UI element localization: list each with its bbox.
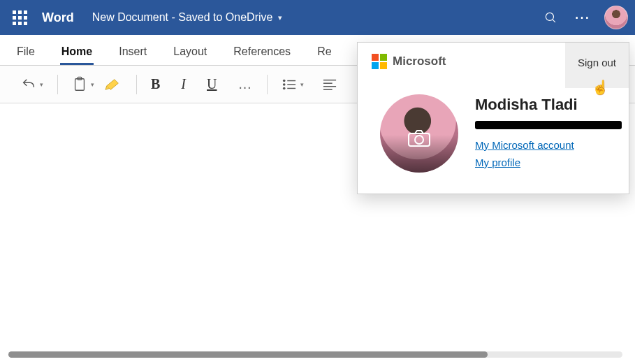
waffle-icon bbox=[13, 10, 27, 25]
document-title-text: New Document - Saved to OneDrive bbox=[92, 11, 273, 24]
undo-button[interactable]: ▾ bbox=[18, 74, 46, 95]
sign-out-button[interactable]: Sign out bbox=[565, 43, 629, 88]
undo-icon bbox=[21, 77, 36, 92]
separator bbox=[57, 75, 58, 94]
account-flyout: Microsoft Sign out ☝️ Modisha Tladi My M… bbox=[357, 42, 629, 194]
tab-home[interactable]: Home bbox=[60, 45, 94, 65]
clipboard-icon bbox=[72, 76, 87, 93]
ellipsis-icon: … bbox=[238, 76, 253, 92]
bulleted-list-icon bbox=[282, 78, 297, 92]
paste-button[interactable]: ▾ bbox=[69, 73, 97, 96]
bold-icon: B bbox=[151, 76, 160, 92]
account-email-redacted bbox=[475, 121, 622, 129]
account-name: Modisha Tladi bbox=[475, 96, 622, 114]
ellipsis-icon: ⋯ bbox=[574, 8, 591, 27]
app-launcher-button[interactable] bbox=[3, 0, 36, 35]
profile-picture[interactable] bbox=[380, 94, 458, 173]
my-profile-link[interactable]: My profile bbox=[475, 156, 622, 168]
font-more-button[interactable]: … bbox=[235, 73, 256, 95]
separator bbox=[267, 75, 268, 94]
tab-review-cut[interactable]: Re bbox=[316, 45, 333, 65]
svg-rect-2 bbox=[75, 78, 85, 90]
tab-file[interactable]: File bbox=[15, 45, 36, 65]
separator bbox=[136, 75, 137, 94]
search-icon bbox=[544, 11, 557, 24]
svg-point-15 bbox=[415, 136, 423, 144]
svg-point-6 bbox=[283, 83, 286, 86]
horizontal-scrollbar[interactable] bbox=[8, 351, 622, 358]
tab-insert[interactable]: Insert bbox=[117, 45, 148, 65]
align-button[interactable] bbox=[319, 75, 340, 94]
chevron-down-icon: ▾ bbox=[91, 81, 94, 88]
search-button[interactable] bbox=[534, 0, 567, 35]
app-name[interactable]: Word bbox=[42, 10, 74, 25]
format-painter-button[interactable] bbox=[101, 74, 125, 95]
underline-icon: U bbox=[207, 76, 217, 92]
document-title[interactable]: New Document - Saved to OneDrive ▾ bbox=[92, 11, 283, 24]
more-options-button[interactable]: ⋯ bbox=[567, 0, 599, 35]
microsoft-logo-icon bbox=[372, 54, 387, 69]
my-microsoft-account-link[interactable]: My Microsoft account bbox=[475, 139, 622, 151]
tab-references[interactable]: References bbox=[232, 45, 292, 65]
underline-button[interactable]: U bbox=[204, 73, 219, 95]
svg-point-0 bbox=[546, 13, 553, 20]
italic-icon: I bbox=[181, 76, 186, 92]
title-bar: Word New Document - Saved to OneDrive ▾ … bbox=[0, 0, 635, 35]
svg-point-4 bbox=[283, 79, 286, 82]
account-avatar-button[interactable] bbox=[604, 6, 628, 29]
italic-button[interactable]: I bbox=[178, 73, 189, 95]
bulleted-list-button[interactable]: ▾ bbox=[279, 75, 307, 94]
camera-icon bbox=[407, 129, 431, 147]
align-left-icon bbox=[322, 78, 337, 92]
chevron-down-icon: ▾ bbox=[300, 81, 304, 88]
svg-line-1 bbox=[552, 19, 555, 22]
bold-button[interactable]: B bbox=[148, 73, 163, 95]
chevron-down-icon: ▾ bbox=[40, 81, 43, 88]
microsoft-logo: Microsoft bbox=[372, 54, 446, 69]
microsoft-logo-text: Microsoft bbox=[393, 54, 446, 68]
chevron-down-icon: ▾ bbox=[278, 13, 282, 22]
svg-point-8 bbox=[283, 87, 286, 89]
scrollbar-thumb[interactable] bbox=[8, 351, 488, 358]
tab-layout[interactable]: Layout bbox=[172, 45, 208, 65]
format-painter-icon bbox=[104, 77, 122, 92]
